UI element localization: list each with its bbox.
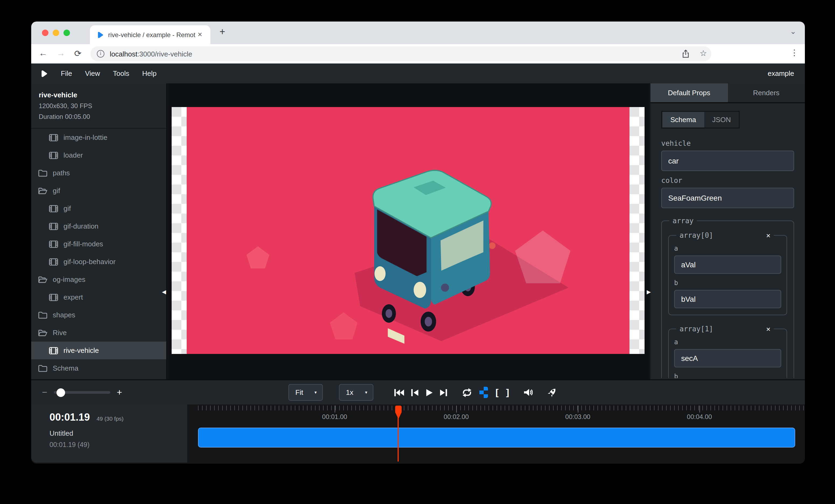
array-1-a-label: a <box>674 338 781 346</box>
array-0-remove-icon[interactable]: ✕ <box>766 231 770 239</box>
folder-open-icon <box>38 187 47 194</box>
sidebar-item-expert[interactable]: expert <box>31 288 166 306</box>
array-0-a-field[interactable]: aVal <box>674 255 781 274</box>
sidebar-folder-schema[interactable]: Schema <box>31 359 166 377</box>
sidebar-folder-paths[interactable]: paths <box>31 164 166 182</box>
folder-open-icon <box>38 276 47 283</box>
menu-file[interactable]: File <box>61 69 72 78</box>
film-icon <box>49 151 58 159</box>
remotion-favicon-icon <box>96 31 104 39</box>
zoom-out-icon[interactable]: − <box>42 387 47 398</box>
props-content: Schema JSON vehicle car color SeaFoamGre… <box>650 103 805 378</box>
play-button[interactable] <box>425 388 433 397</box>
sidebar-folder-rive[interactable]: Rive <box>31 324 166 341</box>
browser-window: rive-vehicle / example - Remot ✕ + ⌄ ← →… <box>31 22 805 464</box>
sidebar-folder-og-images[interactable]: og-images <box>31 271 166 288</box>
url-field[interactable]: i localhost:3000/rive-vehicle ☆ <box>90 46 711 61</box>
composition-duration: Duration 00:05.00 <box>39 113 160 121</box>
color-field[interactable]: SeaFoamGreen <box>661 188 794 208</box>
tab-renders[interactable]: Renders <box>728 83 805 102</box>
track-name: Untitled <box>49 429 187 437</box>
zoom-slider-knob[interactable] <box>57 388 65 397</box>
minimize-window-button[interactable] <box>53 29 59 36</box>
tab-title: rive-vehicle / example - Remot <box>108 31 195 39</box>
sidebar-folder-gif[interactable]: gif <box>31 182 166 200</box>
array-fieldset: array array[0]✕ a aVal b bVal array[1]✕ … <box>661 217 794 378</box>
fit-dropdown[interactable]: Fit ▼ <box>288 384 323 401</box>
site-info-icon[interactable]: i <box>97 50 104 58</box>
sidebar-item-rive-vehicle[interactable]: rive-vehicle <box>31 341 166 359</box>
sidebar-item-image-in-lottie[interactable]: image-in-lottie <box>31 129 166 146</box>
in-point-button[interactable]: [ <box>495 387 498 398</box>
app-menu-bar: File View Tools Help example <box>31 63 805 83</box>
maximize-window-button[interactable] <box>63 29 70 36</box>
menu-tools[interactable]: Tools <box>113 69 129 78</box>
props-panel-tabs: Default Props Renders <box>650 83 805 103</box>
array-1-a-field[interactable]: secA <box>674 349 781 368</box>
zoom-slider[interactable] <box>54 391 110 394</box>
track-range: 00:01.19 (49) <box>49 441 187 448</box>
composition-canvas[interactable] <box>171 107 645 354</box>
caret-down-icon: ▼ <box>314 391 318 394</box>
sidebar-item-gif-fill-modes[interactable]: gif-fill-modes <box>31 235 166 253</box>
render-rocket-icon[interactable] <box>547 387 558 398</box>
array-1-remove-icon[interactable]: ✕ <box>766 325 770 333</box>
menu-view[interactable]: View <box>85 69 100 78</box>
skip-to-start-button[interactable] <box>394 388 404 397</box>
sidebar-item-gif[interactable]: gif <box>31 200 166 217</box>
color-field-label: color <box>661 176 794 185</box>
folder-open-icon <box>38 329 47 336</box>
loop-toggle-icon[interactable] <box>462 387 472 397</box>
main-area: rive-vehicle 1200x630, 30 FPS Duration 0… <box>31 83 805 379</box>
reload-button[interactable]: ⟳ <box>74 48 82 59</box>
url-text: localhost:3000/rive-vehicle <box>110 50 192 58</box>
bookmark-star-icon[interactable]: ☆ <box>700 48 707 58</box>
sidebar-item-gif-duration[interactable]: gif-duration <box>31 217 166 235</box>
sidebar-folder-shapes[interactable]: shapes <box>31 306 166 324</box>
compositions-sidebar: rive-vehicle 1200x630, 30 FPS Duration 0… <box>31 83 167 379</box>
new-tab-button[interactable]: + <box>220 26 225 38</box>
tab-json[interactable]: JSON <box>704 112 739 127</box>
back-button[interactable]: ← <box>39 48 47 58</box>
timeline-track[interactable] <box>198 427 795 447</box>
right-panel-collapse-icon[interactable]: ▶ <box>647 289 651 295</box>
sidebar-collapse-icon[interactable]: ◀ <box>162 289 166 295</box>
timeline-ruler[interactable] <box>198 405 804 411</box>
remotion-logo-icon[interactable] <box>40 69 48 78</box>
sidebar-item-gif-loop-behavior[interactable]: gif-loop-behavior <box>31 253 166 271</box>
tab-default-props[interactable]: Default Props <box>650 83 728 102</box>
schema-json-toggle: Schema JSON <box>661 111 740 129</box>
caret-down-icon: ▼ <box>364 391 368 394</box>
array-0-b-label: b <box>674 279 781 287</box>
sidebar-item-loader[interactable]: loader <box>31 146 166 164</box>
tab-search-chevron-icon[interactable]: ⌄ <box>790 27 796 36</box>
traffic-lights <box>42 29 70 36</box>
film-icon <box>49 223 58 230</box>
browser-menu-icon[interactable]: ⋮ <box>790 48 798 58</box>
browser-tab[interactable]: rive-vehicle / example - Remot ✕ <box>90 25 210 44</box>
frame-info: 49 (30 fps) <box>97 415 123 422</box>
preview-panel <box>168 83 649 379</box>
timeline-info: 00:01.19 49 (30 fps) Untitled 00:01.19 (… <box>31 404 187 463</box>
share-icon[interactable] <box>682 49 690 58</box>
playback-speed-dropdown[interactable]: 1x ▼ <box>339 384 373 401</box>
transparency-toggle-icon[interactable] <box>480 387 488 398</box>
menu-help[interactable]: Help <box>142 69 157 78</box>
close-window-button[interactable] <box>42 29 48 36</box>
folder-icon <box>38 311 47 319</box>
vehicle-field[interactable]: car <box>661 151 794 171</box>
array-0-fieldset: array[0]✕ a aVal b bVal <box>668 231 787 315</box>
skip-to-end-button[interactable] <box>440 388 448 397</box>
folder-icon <box>38 364 47 372</box>
tab-schema[interactable]: Schema <box>662 112 704 127</box>
array-0-b-field[interactable]: bVal <box>674 290 781 308</box>
current-time-display: 00:01.19 <box>49 412 90 423</box>
ruler-label: 00:04.00 <box>687 413 712 421</box>
film-icon <box>49 240 58 248</box>
tab-close-icon[interactable]: ✕ <box>198 31 202 38</box>
previous-frame-button[interactable] <box>410 388 419 397</box>
zoom-in-icon[interactable]: + <box>117 387 122 398</box>
out-point-button[interactable]: ] <box>506 387 509 398</box>
volume-icon[interactable] <box>524 388 533 397</box>
playhead-pin[interactable] <box>394 405 403 420</box>
